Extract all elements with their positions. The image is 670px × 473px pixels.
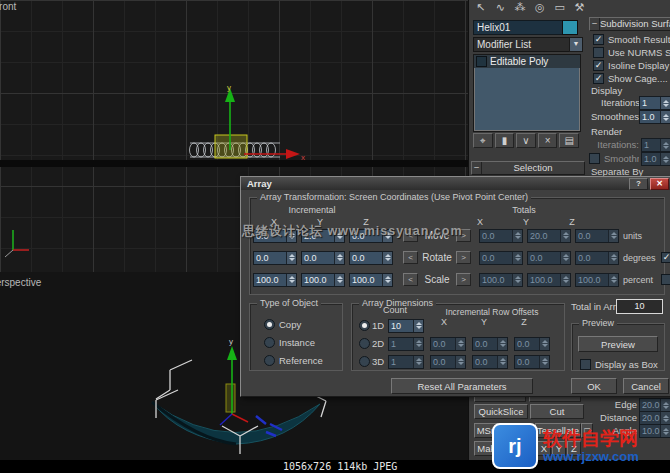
chevron-down-icon[interactable]: ▼: [569, 37, 583, 52]
isoline-display-checkbox[interactable]: ✓: [593, 60, 604, 71]
render-iterations-row: Iterations:: [595, 138, 639, 150]
instance-radio[interactable]: [264, 337, 275, 348]
rotate-tot-z-field: 0.0: [575, 251, 619, 265]
viewport-perspective-label: Perspective: [0, 277, 41, 288]
2d-radio[interactable]: [359, 338, 370, 349]
preview-group: Preview Preview Display as Box: [571, 323, 665, 371]
display-smoothness-field[interactable]: 1.0: [639, 110, 670, 124]
hierarchy-tab-icon[interactable]: ⁂: [512, 0, 529, 15]
preview-button[interactable]: Preview: [578, 336, 658, 352]
make-unique-icon[interactable]: ∨: [516, 133, 536, 148]
display-as-box-checkbox[interactable]: [580, 359, 591, 370]
ok-button[interactable]: OK: [571, 378, 617, 394]
reference-radio[interactable]: [264, 355, 275, 366]
spinner: [608, 274, 618, 286]
svg-text:y: y: [227, 83, 231, 92]
spinner[interactable]: [382, 252, 392, 264]
object-color-swatch[interactable]: [562, 20, 578, 35]
modifier-stack[interactable]: Editable Poly: [473, 54, 581, 132]
dialog-title: Array: [247, 178, 272, 189]
collapse-icon[interactable]: −: [590, 18, 600, 30]
copy-label: Copy: [279, 319, 301, 330]
forum-watermark: 思绪设计论坛 www.missyuan.com: [242, 223, 463, 240]
scale-left-arrow-button[interactable]: <: [403, 273, 418, 286]
rotate-inc-x-field[interactable]: 0.0: [253, 251, 297, 265]
spinner: [497, 356, 507, 368]
pin-stack-icon[interactable]: ⌖: [473, 133, 493, 148]
gizmo-plane-handle[interactable]: [226, 384, 235, 412]
spinner[interactable]: [382, 274, 392, 286]
subdivision-surface-rollout-header[interactable]: − Subdivision Surface: [589, 17, 670, 31]
2d-offset-x-field: 0.0: [430, 337, 466, 351]
spinner[interactable]: [413, 320, 423, 332]
copy-radio[interactable]: [264, 319, 275, 330]
edge-field[interactable]: 20.0: [639, 398, 670, 412]
modifier-list-dropdown[interactable]: Modifier List ▼: [473, 37, 583, 52]
remove-modifier-icon[interactable]: ×: [538, 133, 558, 148]
spinner: [660, 153, 670, 165]
1d-count-field[interactable]: 10: [388, 319, 424, 333]
angle-field[interactable]: 10.0: [639, 424, 670, 438]
configure-modifier-sets-icon[interactable]: ▤: [559, 133, 579, 148]
stack-toolbar: ⌖ ▮ ∨ × ▤: [473, 133, 579, 148]
dialog-title-bar[interactable]: Array ? ✕: [241, 177, 670, 190]
helix-object-front[interactable]: y x: [168, 82, 308, 164]
scale-right-arrow-button[interactable]: >: [456, 273, 471, 286]
rotate-left-arrow-button[interactable]: <: [403, 251, 418, 264]
distance-field[interactable]: 20.0: [639, 411, 670, 425]
rotate-inc-z-field[interactable]: 0.0: [349, 251, 393, 265]
close-icon[interactable]: ✕: [650, 178, 669, 190]
display-iterations-field[interactable]: 1: [639, 96, 670, 110]
use-nurms-checkbox[interactable]: [593, 47, 604, 58]
3d-count-field: 1: [388, 355, 424, 369]
smooth-result-checkbox[interactable]: ✓: [593, 34, 604, 45]
cut-button[interactable]: Cut: [530, 404, 584, 419]
spinner: [608, 252, 618, 264]
spinner[interactable]: [286, 252, 296, 264]
display-tab-icon[interactable]: ▭: [551, 0, 568, 15]
selection-rollout-header[interactable]: − Selection: [471, 161, 585, 175]
3d-radio[interactable]: [359, 356, 370, 367]
collapse-icon[interactable]: −: [472, 162, 482, 174]
scale-inc-x-field[interactable]: 100.0: [253, 273, 297, 287]
rotate-right-arrow-button[interactable]: >: [456, 251, 471, 264]
modify-tab-icon[interactable]: ∿: [492, 0, 509, 15]
spinner[interactable]: [660, 425, 670, 437]
stack-item-editable-poly[interactable]: Editable Poly: [474, 55, 580, 68]
quickslice-button[interactable]: QuickSlice: [474, 404, 528, 419]
spinner[interactable]: [334, 274, 344, 286]
utilities-tab-icon[interactable]: ⚒: [571, 0, 588, 15]
gizmo-plane-handle[interactable]: [215, 135, 247, 158]
reset-all-parameters-button[interactable]: Reset All Parameters: [391, 378, 533, 394]
render-smoothness-checkbox[interactable]: [589, 153, 600, 164]
2d-offset-y-field: 0.0: [472, 337, 508, 351]
spinner[interactable]: [334, 252, 344, 264]
create-tab-icon[interactable]: ↖: [472, 0, 489, 15]
selection-rollout-label: Selection: [513, 162, 552, 173]
incremental-header: Incremental: [281, 205, 343, 215]
spinner[interactable]: [660, 97, 670, 109]
motion-tab-icon[interactable]: ◎: [531, 0, 548, 15]
spinner[interactable]: [660, 399, 670, 411]
show-end-result-icon[interactable]: ▮: [495, 133, 515, 148]
scale-inc-z-field[interactable]: 100.0: [349, 273, 393, 287]
uniform-checkbox[interactable]: [661, 274, 670, 285]
scale-inc-y-field[interactable]: 100.0: [301, 273, 345, 287]
reorient-checkbox[interactable]: ✓: [661, 252, 670, 263]
spinner: [660, 139, 670, 151]
spinner[interactable]: [660, 412, 670, 424]
spinner: [539, 338, 549, 350]
application-window: Front y: [0, 0, 670, 473]
object-name-field[interactable]: Helix01: [473, 20, 565, 35]
help-button[interactable]: ?: [629, 178, 648, 190]
cancel-button[interactable]: Cancel: [623, 378, 669, 394]
use-nurms-row: Use NURMS Subdiv: [593, 46, 670, 58]
rotate-inc-y-field[interactable]: 0.0: [301, 251, 345, 265]
spinner[interactable]: [660, 111, 670, 123]
move-tot-y-field: 20.0: [527, 229, 571, 243]
3d-offset-x-field: 0.0: [430, 355, 466, 369]
spinner[interactable]: [286, 274, 296, 286]
1d-radio[interactable]: [359, 320, 370, 331]
isoline-display-label: Isoline Display: [608, 60, 669, 71]
show-cage-checkbox[interactable]: ✓: [593, 73, 604, 84]
